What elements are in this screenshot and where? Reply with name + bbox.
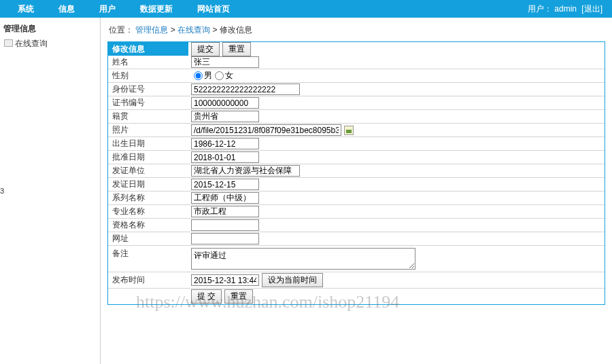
nav-data-update[interactable]: 数据更新: [128, 0, 185, 18]
breadcrumb-prefix: 位置：: [109, 25, 133, 35]
gender-female-label: 女: [225, 70, 233, 81]
publish-time-field[interactable]: [191, 274, 259, 286]
label-url: 网址: [108, 233, 188, 244]
panel-header: 修改信息 提交 重置: [108, 42, 605, 56]
label-idcard: 身份证号: [108, 84, 188, 95]
footer-submit-button[interactable]: 提 交: [191, 289, 222, 304]
nav-user[interactable]: 用户: [87, 0, 128, 18]
breadcrumb-manage-info[interactable]: 管理信息: [135, 25, 168, 35]
footer-reset-button[interactable]: 重置: [224, 289, 253, 304]
set-now-button[interactable]: 设为当前时间: [262, 273, 323, 287]
gender-female-radio[interactable]: [215, 71, 224, 80]
label-publish: 发布时间: [108, 274, 188, 286]
photo-field[interactable]: [191, 124, 341, 136]
nav-site-home[interactable]: 网站首页: [185, 0, 242, 18]
issuer-field[interactable]: [191, 165, 300, 177]
sidebar-title: 管理信息: [3, 22, 97, 36]
logout-link[interactable]: [退出]: [581, 4, 602, 14]
label-remark: 备注: [108, 248, 188, 259]
label-issue-date: 发证日期: [108, 179, 188, 190]
edit-panel: 修改信息 提交 重置 姓名 性别 男 女 身份证号: [107, 41, 605, 305]
header-reset-button[interactable]: 重置: [222, 42, 251, 56]
top-nav-left: 系统 信息 用户 数据更新 网站首页: [5, 0, 242, 18]
page-edge-number: 3: [0, 187, 4, 195]
sidebar: 管理信息 在线查询: [0, 18, 101, 364]
gender-male-label: 男: [204, 70, 212, 81]
label-photo: 照片: [108, 124, 188, 136]
breadcrumb-sep: >: [212, 25, 219, 35]
main: 位置： 管理信息 > 在线查询 > 修改信息 修改信息 提交 重置 姓名 性别: [101, 18, 612, 364]
qualif-field[interactable]: [191, 219, 259, 231]
idcard-field[interactable]: [191, 84, 300, 95]
cert-no-field[interactable]: [191, 97, 259, 109]
breadcrumb-online-query[interactable]: 在线查询: [177, 25, 210, 35]
nav-info[interactable]: 信息: [46, 0, 87, 18]
native-field[interactable]: [191, 111, 259, 122]
approve-field[interactable]: [191, 151, 259, 163]
series-field[interactable]: [191, 192, 259, 204]
label-series: 系列名称: [108, 192, 188, 204]
panel-title: 修改信息: [108, 42, 188, 56]
label-major: 专业名称: [108, 206, 188, 217]
nav-system[interactable]: 系统: [5, 0, 46, 18]
label-native: 籍贯: [108, 111, 188, 122]
username: admin: [554, 4, 577, 14]
issue-date-field[interactable]: [191, 179, 259, 190]
gender-male-radio[interactable]: [194, 71, 203, 80]
url-field[interactable]: [191, 233, 259, 244]
top-nav: 系统 信息 用户 数据更新 网站首页 用户： admin [退出]: [0, 0, 612, 18]
label-cert-no: 证书编号: [108, 97, 188, 109]
label-gender: 性别: [108, 70, 188, 81]
birth-field[interactable]: [191, 138, 259, 149]
top-nav-right: 用户： admin [退出]: [528, 0, 607, 18]
label-qualif: 资格名称: [108, 219, 188, 231]
photo-picker-icon[interactable]: [344, 126, 354, 135]
sidebar-item-online-query[interactable]: 在线查询: [3, 36, 97, 52]
major-field[interactable]: [191, 206, 259, 217]
breadcrumb: 位置： 管理信息 > 在线查询 > 修改信息: [107, 22, 605, 41]
breadcrumb-edit-info: 修改信息: [220, 25, 252, 35]
remark-textarea[interactable]: [191, 248, 415, 270]
label-name: 姓名: [108, 56, 188, 68]
label-approve: 批准日期: [108, 151, 188, 163]
name-field[interactable]: [191, 56, 259, 68]
label-birth: 出生日期: [108, 138, 188, 149]
label-issuer: 发证单位: [108, 165, 188, 177]
header-submit-button[interactable]: 提交: [191, 42, 220, 56]
breadcrumb-sep: >: [171, 25, 177, 35]
user-label: 用户：: [528, 4, 552, 14]
